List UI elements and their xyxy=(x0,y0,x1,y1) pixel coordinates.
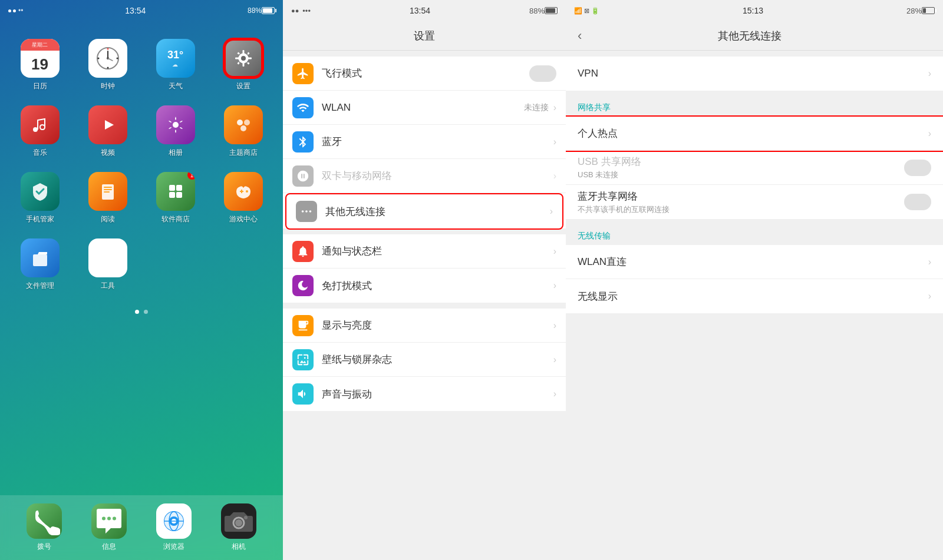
settings-section-2: 通知与状态栏 › 免打扰模式 › xyxy=(283,234,566,303)
wireless-row-wlan-direct[interactable]: WLAN直连 › xyxy=(566,245,943,279)
app-files-label: 文件管理 xyxy=(26,281,54,291)
app-files[interactable]: 文件管理 xyxy=(6,233,74,299)
settings-battery-icon xyxy=(545,7,558,14)
app-settings[interactable]: 设置 xyxy=(209,33,277,100)
dock-sms[interactable]: 信息 xyxy=(91,503,127,552)
settings-row-dnd[interactable]: 免打扰模式 › xyxy=(283,269,566,303)
settings-title: 设置 xyxy=(414,29,435,43)
svg-rect-27 xyxy=(104,191,110,193)
vpn-chevron: › xyxy=(928,68,931,79)
wireless-signal: 📶 ⊠ 🔋 xyxy=(574,7,599,15)
usb-text-container: USB 共享网络 USB 未连接 xyxy=(578,155,904,180)
svg-rect-26 xyxy=(104,189,112,190)
settings-panel: ●● ••• 13:54 88% 设置 飞行模式 xyxy=(283,0,566,560)
dock-phone[interactable]: 拨号 xyxy=(27,503,62,552)
dock-camera[interactable]: 相机 xyxy=(221,503,256,552)
usb-toggle[interactable] xyxy=(904,160,931,176)
wireless-header: ‹ 其他无线连接 xyxy=(566,21,943,51)
hotspot-label: 个人热点 xyxy=(578,127,928,140)
vpn-right: › xyxy=(928,68,931,79)
clock-icon xyxy=(96,47,120,70)
app-appstore[interactable]: 1 软件商店 xyxy=(141,166,209,233)
phone-icon xyxy=(27,503,62,539)
svg-rect-11 xyxy=(242,50,244,53)
app-clock[interactable]: 时钟 xyxy=(74,33,141,100)
page-indicator xyxy=(0,310,283,314)
settings-row-wallpaper[interactable]: 壁纸与锁屏杂志 › xyxy=(283,343,566,377)
wallpaper-label: 壁纸与锁屏杂志 xyxy=(322,353,553,366)
other-wireless-chevron: › xyxy=(550,206,553,217)
app-photos-label: 相册 xyxy=(169,148,183,158)
settings-time: 13:54 xyxy=(311,6,529,15)
app-weather[interactable]: 31° ☁ 天气 xyxy=(141,33,209,100)
appstore-icon xyxy=(164,180,187,203)
settings-row-sound[interactable]: 声音与振动 › xyxy=(283,377,566,411)
app-theme[interactable]: 主题商店 xyxy=(209,100,277,166)
svg-rect-15 xyxy=(237,52,239,54)
svg-point-20 xyxy=(173,122,179,128)
app-security[interactable]: 手机管家 xyxy=(6,166,74,233)
wireless-content: VPN › 网络共享 个人热点 › USB 共享网络 USB 未连接 xyxy=(566,51,943,560)
sim-icon xyxy=(292,165,314,187)
flight-toggle[interactable] xyxy=(529,65,556,82)
back-button[interactable]: ‹ xyxy=(578,28,582,44)
app-music[interactable]: 音乐 xyxy=(6,100,74,166)
settings-row-flight[interactable]: 飞行模式 xyxy=(283,57,566,91)
settings-row-wlan[interactable]: WLAN 未连接 › xyxy=(283,91,566,125)
notify-svg xyxy=(296,245,309,258)
page-dot-1 xyxy=(135,310,139,314)
svg-rect-18 xyxy=(247,62,249,64)
settings-row-notify[interactable]: 通知与状态栏 › xyxy=(283,234,566,269)
dnd-chevron: › xyxy=(553,280,556,291)
sms-icon xyxy=(91,503,127,539)
wireless-battery-text: 28% xyxy=(906,6,922,15)
game-icon xyxy=(232,180,255,203)
bt-share-label: 蓝牙共享网络 xyxy=(578,190,904,203)
svg-rect-14 xyxy=(249,58,252,59)
wireless-row-hotspot[interactable]: 个人热点 › xyxy=(566,117,943,151)
wireless-row-usb[interactable]: USB 共享网络 USB 未连接 xyxy=(566,151,943,185)
settings-row-other-wireless[interactable]: 其他无线连接 › xyxy=(286,194,562,228)
weather-temp: 31° xyxy=(167,49,183,61)
usb-sublabel: USB 未连接 xyxy=(578,170,904,180)
svg-point-38 xyxy=(113,517,116,521)
wallpaper-svg xyxy=(296,353,309,366)
bt-icon xyxy=(292,131,314,153)
wireless-display-label: 无线显示 xyxy=(578,290,928,303)
app-read[interactable]: 阅读 xyxy=(74,166,141,233)
display-chevron: › xyxy=(553,320,556,331)
svg-rect-29 xyxy=(176,185,182,191)
app-music-label: 音乐 xyxy=(33,148,47,158)
wireless-row-bt-share[interactable]: 蓝牙共享网络 不共享该手机的互联网连接 xyxy=(566,185,943,219)
app-video-label: 视频 xyxy=(101,148,115,158)
svg-rect-28 xyxy=(169,185,175,191)
wireless-transfer-label: 无线传输 xyxy=(566,225,943,245)
settings-gear-icon xyxy=(232,47,255,70)
wireless-battery-icon xyxy=(922,7,935,14)
bt-share-sublabel: 不共享该手机的互联网连接 xyxy=(578,204,904,215)
usb-label: USB 共享网络 xyxy=(578,155,904,168)
notify-label: 通知与状态栏 xyxy=(322,244,553,258)
dock: 拨号 信息 xyxy=(0,495,283,560)
dock-browser[interactable]: 浏览器 xyxy=(156,503,192,552)
bt-svg xyxy=(296,135,309,148)
app-photos[interactable]: 相册 xyxy=(141,100,209,166)
settings-row-display[interactable]: 显示与亮度 › xyxy=(283,309,566,343)
wireless-row-wireless-display[interactable]: 无线显示 › xyxy=(566,279,943,313)
svg-line-3 xyxy=(108,58,113,61)
settings-header: 设置 xyxy=(283,21,566,51)
app-game[interactable]: 游戏中心 xyxy=(209,166,277,233)
bt-share-toggle[interactable] xyxy=(904,194,931,210)
weather-icon-content: 31° ☁ xyxy=(167,49,183,68)
settings-row-sim[interactable]: 双卡与移动网络 › xyxy=(283,159,566,193)
app-calendar[interactable]: 星期二 19 日历 xyxy=(6,33,74,100)
svg-point-47 xyxy=(244,516,248,519)
other-wireless-icon xyxy=(296,201,317,222)
wireless-row-vpn[interactable]: VPN › xyxy=(566,57,943,91)
app-tools[interactable]: 工具 xyxy=(74,233,141,299)
display-icon xyxy=(292,315,314,336)
wireless-display-chevron: › xyxy=(928,291,931,301)
settings-row-bluetooth[interactable]: 蓝牙 › xyxy=(283,125,566,159)
wlan-direct-label: WLAN直连 xyxy=(578,255,928,269)
app-video[interactable]: 视频 xyxy=(74,100,141,166)
